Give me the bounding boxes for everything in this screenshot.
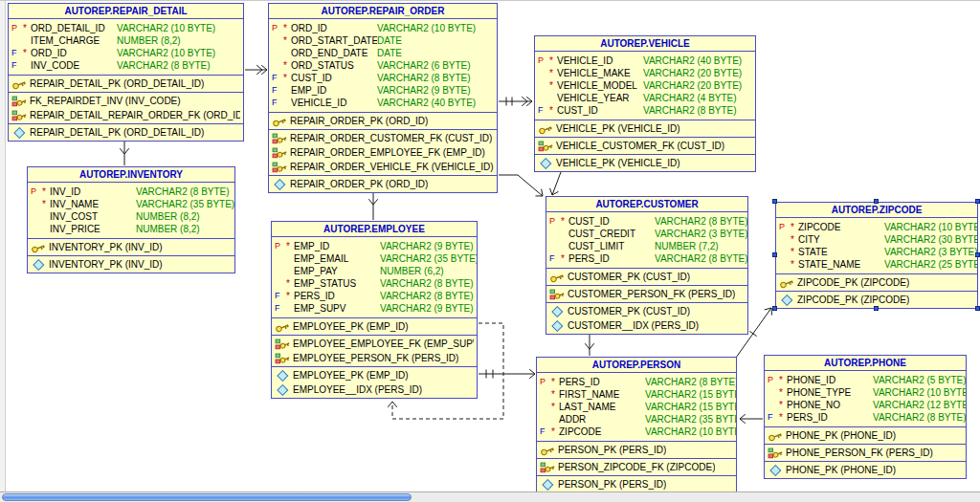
column-row: P*VEHICLE_IDVARCHAR2 (40 BYTE) [535, 55, 755, 67]
column-datatype: VARCHAR2 (10 BYTE) [645, 426, 736, 438]
index-diamond-icon [275, 384, 290, 396]
column-name: ORD_STATUS [291, 59, 377, 72]
primary-key-label: ZIPCODE_PK (ZIPCODE) [797, 277, 909, 288]
foreign-key-icon [11, 96, 27, 107]
mandatory-marker [547, 413, 559, 426]
column-name: CUST_ID [291, 72, 377, 84]
column-datatype: VARCHAR2 (5 BYTE) [873, 374, 966, 386]
selection-handle[interactable] [874, 199, 879, 204]
connector-repair_order_to_employee[interactable] [368, 192, 378, 220]
key-type-marker: F [269, 97, 279, 109]
table-repair_detail[interactable]: AUTOREP.REPAIR_DETAILP*ORD_DETAIL_IDVARC… [8, 3, 244, 142]
key-type-marker: F [269, 72, 279, 84]
table-phone[interactable]: AUTOREP.PHONEP*PHONE_IDVARCHAR2 (5 BYTE)… [764, 355, 967, 479]
column-row: CUST_LIMITNUMBER (7,2) [546, 240, 747, 252]
index-row: EMPLOYEE__IDX (PERS_ID) [272, 382, 477, 397]
mandatory-marker: * [775, 411, 787, 424]
table-employee[interactable]: AUTOREP.EMPLOYEEP*EMP_IDVARCHAR2 (9 BYTE… [271, 221, 478, 399]
foreign-key-row: EMPLOYEE_PERSON_FK (PERS_ID) [272, 351, 477, 365]
column-name: VEHICLE_ID [557, 55, 643, 67]
column-row: *VEHICLE_MAKEVARCHAR2 (20 BYTE) [535, 67, 755, 79]
column-name: INV_ID [50, 186, 136, 198]
index-row: REPAIR_DETAIL_PK (ORD_DETAIL_ID) [9, 125, 243, 140]
foreign-key-section: PHONE_PERSON_FK (PERS_ID) [765, 444, 966, 461]
foreign-key-label: EMPLOYEE_PERSON_FK (PERS_ID) [293, 353, 458, 363]
diagram-canvas[interactable]: AUTOREP.REPAIR_DETAILP*ORD_DETAIL_IDVARC… [0, 0, 980, 502]
mandatory-marker [546, 92, 557, 104]
columns-section: P*EMP_IDVARCHAR2 (9 BYTE)EMP_EMAILVARCHA… [272, 237, 477, 317]
key-type-marker [272, 265, 282, 277]
connector-customer_to_person[interactable] [585, 335, 594, 356]
primary-key-section: INVENTORY_PK (INV_ID) [28, 238, 234, 255]
column-datatype: NUMBER (7,2) [655, 240, 747, 252]
columns-section: P*ORD_DETAIL_IDVARCHAR2 (10 BYTE)ITEM_CH… [9, 19, 243, 75]
column-datatype: VARCHAR2 (3 BYTE) [655, 228, 747, 240]
column-datatype: VARCHAR2 (8 BYTE) [380, 277, 477, 290]
column-name: VEHICLE_ID [291, 97, 377, 109]
primary-key-section: PHONE_PK (PHONE_ID) [765, 426, 966, 444]
table-inventory[interactable]: AUTOREP.INVENTORYP*INV_IDVARCHAR2 (8 BYT… [27, 166, 235, 273]
mandatory-marker: * [282, 277, 294, 290]
table-customer[interactable]: AUTOREP.CUSTOMERP*CUST_IDVARCHAR2 (8 BYT… [546, 196, 748, 335]
primary-key-label: CUSTOMER_PK (CUST_ID) [568, 272, 690, 282]
connector-vehicle_to_customer[interactable] [550, 172, 561, 195]
index-diamond-icon [275, 370, 290, 382]
mandatory-marker: * [279, 72, 291, 84]
connector-repair_order_to_vehicle[interactable] [499, 97, 532, 106]
column-datatype: VARCHAR2 (12 BYTE) [873, 399, 966, 411]
columns-section: P*INV_IDVARCHAR2 (8 BYTE)*INV_NAMEVARCHA… [28, 183, 234, 238]
table-person[interactable]: AUTOREP.PERSONP*PERS_IDVARCHAR2 (8 BYTE)… [536, 357, 737, 493]
horizontal-scrollbar-track[interactable] [0, 491, 980, 502]
connector-repair_detail_to_inventory[interactable] [120, 141, 129, 165]
foreign-key-label: REPAIR_ORDER_VEHICLE_FK (VEHICLE_ID) [290, 162, 494, 172]
horizontal-scrollbar-thumb[interactable] [2, 493, 412, 501]
primary-key-section: REPAIR_DETAIL_PK (ORD_DETAIL_ID) [9, 75, 243, 92]
mandatory-marker: * [547, 401, 559, 413]
foreign-key-label: REPAIR_ORDER_CUSTOMER_FK (CUST_ID) [290, 133, 492, 143]
selection-handle[interactable] [772, 199, 777, 204]
selection-handle[interactable] [975, 252, 980, 257]
column-datatype: VARCHAR2 (10 BYTE) [117, 22, 243, 34]
table-repair_order[interactable]: AUTOREP.REPAIR_ORDERP*ORD_IDVARCHAR2 (10… [268, 3, 498, 193]
index-diamond-icon [549, 320, 565, 332]
foreign-key-row: EMPLOYEE_EMPLOYEE_FK (EMP_SUPV) [272, 337, 477, 351]
table-zipcode[interactable]: AUTOREP.ZIPCODEP*ZIPCODEVARCHAR2 (10 BYT… [775, 202, 978, 309]
connector-phone_to_person[interactable] [740, 414, 763, 424]
column-datatype: VARCHAR2 (25 BYTE) [884, 258, 977, 271]
column-row: FEMP_SUPVVARCHAR2 (9 BYTE) [272, 302, 477, 315]
column-name: ORD_START_DATE [291, 34, 377, 47]
column-row: F*CUST_IDVARCHAR2 (8 BYTE) [269, 72, 497, 84]
column-row: INV_PRICENUMBER (8,2) [28, 223, 234, 235]
column-row: *EMP_STATUSVARCHAR2 (8 BYTE) [272, 277, 477, 290]
mandatory-marker: * [38, 198, 50, 210]
connector-repair_detail_to_repair_order[interactable] [245, 65, 267, 75]
mandatory-marker: * [19, 47, 31, 59]
column-row: P*PHONE_IDVARCHAR2 (5 BYTE) [765, 374, 966, 386]
connector-employee_to_person[interactable] [479, 369, 535, 379]
table-vehicle[interactable]: AUTOREP.VEHICLEP*VEHICLE_IDVARCHAR2 (40 … [534, 35, 756, 172]
mandatory-marker: * [546, 79, 557, 92]
column-row: *FIRST_NAMEVARCHAR2 (15 BYTE) [537, 388, 736, 401]
mandatory-marker: * [279, 22, 291, 34]
connector-repair_order_to_customer[interactable] [499, 175, 543, 196]
index-diamond-icon [549, 306, 565, 317]
mandatory-marker [19, 34, 31, 47]
column-row: FVEHICLE_IDVARCHAR2 (40 BYTE) [269, 97, 497, 109]
selection-handle[interactable] [975, 199, 980, 204]
mandatory-marker [19, 59, 31, 72]
mandatory-marker: * [547, 388, 559, 401]
index-label: ZIPCODE_PK (ZIPCODE) [797, 295, 909, 305]
selection-handle[interactable] [772, 306, 777, 311]
key-type-marker [269, 34, 279, 47]
column-name: CUST_ID [557, 104, 643, 117]
selection-handle[interactable] [772, 252, 777, 257]
foreign-key-label: VEHICLE_CUSTOMER_FK (CUST_ID) [556, 141, 724, 151]
selection-handle[interactable] [874, 306, 879, 311]
selection-handle[interactable] [975, 306, 980, 311]
column-row: F*PERS_IDVARCHAR2 (8 BYTE) [546, 252, 747, 265]
mandatory-marker: * [547, 426, 559, 438]
index-row: ZIPCODE_PK (ZIPCODE) [776, 293, 977, 307]
mandatory-marker: * [787, 221, 798, 233]
mandatory-marker: * [546, 55, 557, 67]
columns-section: P*PHONE_IDVARCHAR2 (5 BYTE)*PHONE_TYPEVA… [765, 371, 966, 426]
